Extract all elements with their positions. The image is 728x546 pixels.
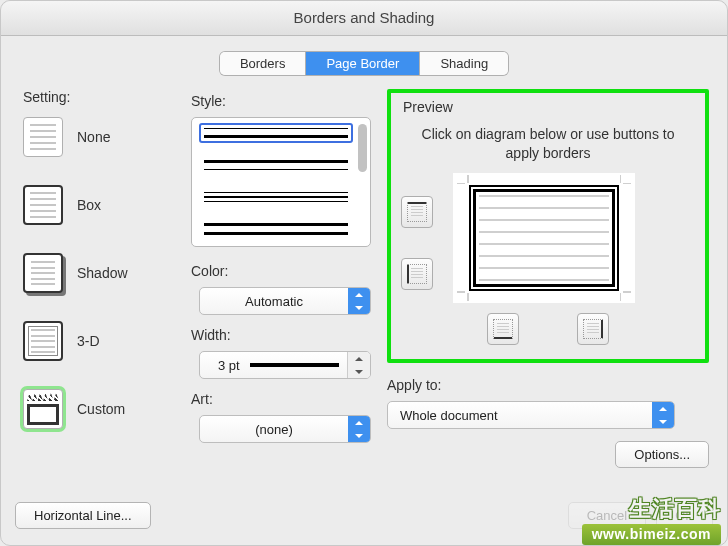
setting-section: Setting: None Box Shadow — [23, 89, 179, 468]
setting-label: Setting: — [23, 89, 179, 105]
cancel-button[interactable]: Cancel — [568, 502, 646, 529]
shadow-icon — [23, 253, 63, 293]
setting-option-shadow[interactable]: Shadow — [23, 253, 179, 293]
horizontal-line-button[interactable]: Horizontal Line... — [15, 502, 151, 529]
setting-option-custom[interactable]: Custom — [23, 389, 179, 429]
box-icon — [23, 185, 63, 225]
setting-option-label: Shadow — [77, 265, 128, 281]
style-scrollbar[interactable] — [357, 124, 367, 240]
segmented-control: Borders Page Border Shading — [220, 52, 508, 75]
apply-to-label: Apply to: — [387, 377, 709, 393]
style-option-thin-thick[interactable] — [200, 124, 352, 142]
preview-page[interactable] — [453, 173, 635, 303]
toggle-bottom-border-button[interactable] — [487, 313, 519, 345]
none-icon — [23, 117, 63, 157]
tab-page-border[interactable]: Page Border — [306, 52, 420, 75]
color-value: Automatic — [200, 294, 348, 309]
style-section: Style: Color: Automatic Width: — [191, 89, 375, 468]
custom-icon — [23, 389, 63, 429]
width-value: 3 pt — [218, 358, 240, 373]
window-title: Borders and Shading — [1, 1, 727, 36]
toggle-top-border-button[interactable] — [401, 196, 433, 228]
dropdown-arrows-icon — [348, 288, 370, 314]
apply-to-value: Whole document — [388, 408, 652, 423]
setting-option-box[interactable]: Box — [23, 185, 179, 225]
borders-and-shading-dialog: Borders and Shading Borders Page Border … — [0, 0, 728, 546]
setting-option-label: Box — [77, 197, 101, 213]
border-bottom-icon — [493, 319, 513, 339]
border-right-icon — [583, 319, 603, 339]
setting-option-label: None — [77, 129, 110, 145]
preview-label: Preview — [403, 99, 695, 115]
border-left-icon — [407, 264, 427, 284]
scrollbar-thumb-icon[interactable] — [358, 124, 367, 172]
preview-panel: Preview Click on diagram below or use bu… — [387, 89, 709, 363]
toggle-left-border-button[interactable] — [401, 258, 433, 290]
color-label: Color: — [191, 263, 375, 279]
tab-shading[interactable]: Shading — [420, 52, 508, 75]
dropdown-arrows-icon — [348, 416, 370, 442]
dialog-footer: Horizontal Line... Cancel OK — [1, 494, 727, 545]
width-label: Width: — [191, 327, 375, 343]
width-sample-icon — [250, 363, 339, 367]
setting-option-label: Custom — [77, 401, 125, 417]
options-button[interactable]: Options... — [615, 441, 709, 468]
art-value: (none) — [200, 422, 348, 437]
apply-to-section: Apply to: Whole document Options... — [387, 373, 709, 468]
tabstrip: Borders Page Border Shading — [1, 36, 727, 89]
setting-option-none[interactable]: None — [23, 117, 179, 157]
border-top-icon — [407, 202, 427, 222]
color-select[interactable]: Automatic — [199, 287, 371, 315]
width-stepper[interactable]: 3 pt — [199, 351, 371, 379]
art-label: Art: — [191, 391, 375, 407]
art-select[interactable]: (none) — [199, 415, 371, 443]
stepper-arrows-icon — [347, 352, 370, 378]
preview-hint: Click on diagram below or use buttons to… — [401, 125, 695, 173]
style-option-thick-thin[interactable] — [200, 156, 352, 174]
ok-button[interactable]: OK — [656, 502, 713, 529]
apply-to-select[interactable]: Whole document — [387, 401, 675, 429]
style-option-triple[interactable] — [200, 188, 352, 206]
toggle-right-border-button[interactable] — [577, 313, 609, 345]
setting-option-3d[interactable]: 3-D — [23, 321, 179, 361]
setting-option-label: 3-D — [77, 333, 100, 349]
threed-icon — [23, 321, 63, 361]
tab-borders[interactable]: Borders — [220, 52, 307, 75]
style-list[interactable] — [191, 117, 371, 247]
style-option-parallel[interactable] — [200, 220, 352, 238]
dropdown-arrows-icon — [652, 402, 674, 428]
preview-page-lines-icon — [479, 195, 609, 281]
style-label: Style: — [191, 93, 375, 109]
